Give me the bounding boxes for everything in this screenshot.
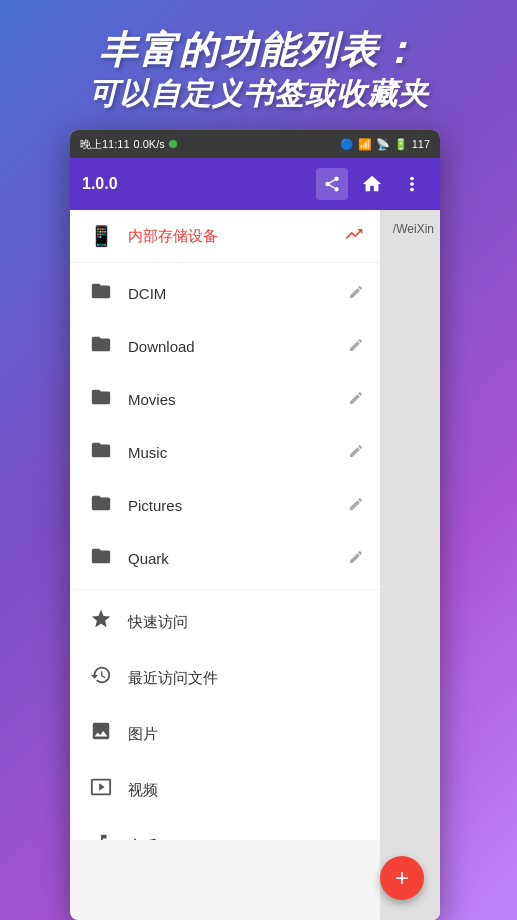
phone-content: 📱 内部存储设备 DCIM: [70, 210, 440, 920]
quick-item-music[interactable]: 音乐: [70, 818, 380, 840]
quick-item-video[interactable]: 视频: [70, 762, 380, 818]
folder-name-download: Download: [128, 338, 348, 355]
folder-name-dcim: DCIM: [128, 285, 348, 302]
quick-label-music: 音乐: [128, 837, 158, 841]
bluetooth-icon: 🔵: [340, 138, 354, 151]
quick-label-favorites: 快速访问: [128, 613, 188, 632]
storage-item[interactable]: 📱 内部存储设备: [70, 210, 380, 263]
battery-level: 117: [412, 138, 430, 150]
status-right: 🔵 📶 📡 🔋 117: [340, 138, 430, 151]
top-title: 丰富的功能列表：: [20, 28, 497, 74]
home-button[interactable]: [356, 168, 388, 200]
folder-icon-quark: [86, 545, 116, 572]
storage-label: 内部存储设备: [128, 227, 344, 246]
folder-item-pictures[interactable]: Pictures: [70, 479, 380, 532]
folder-section: DCIM Download: [70, 263, 380, 590]
top-text-area: 丰富的功能列表： 可以自定义书签或收藏夹: [0, 0, 517, 123]
edit-icon-download[interactable]: [348, 337, 364, 357]
wifi-icon: 📡: [376, 138, 390, 151]
folder-item-quark[interactable]: Quark: [70, 532, 380, 585]
status-indicator: [169, 140, 177, 148]
battery-icon: 🔋: [394, 138, 408, 151]
app-bar: 1.0.0: [70, 158, 440, 210]
music-icon: [86, 832, 116, 840]
image-icon: [86, 720, 116, 748]
fab-button[interactable]: +: [380, 856, 424, 900]
app-version: 1.0.0: [82, 175, 306, 193]
folder-icon: [86, 280, 116, 307]
quick-label-recent: 最近访问文件: [128, 669, 218, 688]
edit-icon-dcim[interactable]: [348, 284, 364, 304]
folder-item-download[interactable]: Download: [70, 320, 380, 373]
status-bar: 晚上11:11 0.0K/s 🔵 📶 📡 🔋 117: [70, 130, 440, 158]
folder-item-movies[interactable]: Movies: [70, 373, 380, 426]
quick-access-section: 快速访问 最近访问文件 图片: [70, 590, 380, 840]
history-icon: [86, 664, 116, 692]
top-subtitle: 可以自定义书签或收藏夹: [20, 74, 497, 113]
folder-name-music: Music: [128, 444, 348, 461]
folder-icon-music: [86, 439, 116, 466]
path-label: /WeiXin: [380, 210, 440, 248]
star-icon: [86, 608, 116, 636]
folder-icon-pictures: [86, 492, 116, 519]
right-panel: /WeiXin: [380, 210, 440, 920]
share-button[interactable]: [316, 168, 348, 200]
edit-icon-movies[interactable]: [348, 390, 364, 410]
phone-mockup: 晚上11:11 0.0K/s 🔵 📶 📡 🔋 117 1.0.0: [70, 130, 440, 920]
edit-icon-music[interactable]: [348, 443, 364, 463]
storage-icon: 📱: [86, 224, 116, 248]
app-bar-icons: [316, 168, 428, 200]
video-icon: [86, 776, 116, 804]
folder-name-quark: Quark: [128, 550, 348, 567]
signal-icon: 📶: [358, 138, 372, 151]
edit-icon-pictures[interactable]: [348, 496, 364, 516]
quick-item-recent[interactable]: 最近访问文件: [70, 650, 380, 706]
folder-icon-movies: [86, 386, 116, 413]
status-speed: 0.0K/s: [134, 138, 165, 150]
quick-label-video: 视频: [128, 781, 158, 800]
quick-item-favorites[interactable]: 快速访问: [70, 594, 380, 650]
more-button[interactable]: [396, 168, 428, 200]
folder-icon-download: [86, 333, 116, 360]
folder-item-dcim[interactable]: DCIM: [70, 267, 380, 320]
folder-item-music[interactable]: Music: [70, 426, 380, 479]
fab-icon: +: [395, 864, 409, 892]
folder-name-pictures: Pictures: [128, 497, 348, 514]
drawer[interactable]: 📱 内部存储设备 DCIM: [70, 210, 380, 840]
quick-label-images: 图片: [128, 725, 158, 744]
folder-name-movies: Movies: [128, 391, 348, 408]
quick-item-images[interactable]: 图片: [70, 706, 380, 762]
status-time: 晚上11:11: [80, 137, 130, 152]
trend-icon: [344, 224, 364, 248]
edit-icon-quark[interactable]: [348, 549, 364, 569]
status-left: 晚上11:11 0.0K/s: [80, 137, 177, 152]
